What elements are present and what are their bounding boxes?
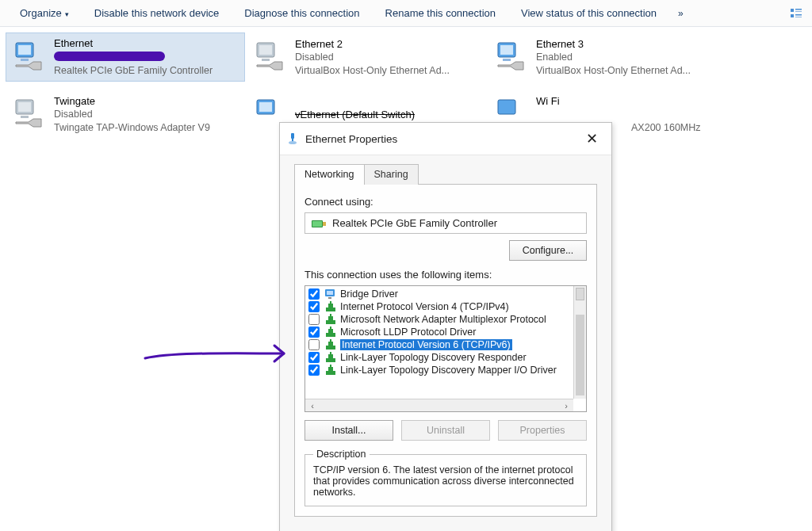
- scroll-thumb[interactable]: [576, 315, 584, 395]
- adapters-pane: Ethernet Realtek PCIe GbE Family Control…: [0, 27, 812, 529]
- dialog-title: Ethernet Properties: [305, 133, 572, 145]
- svg-rect-42: [326, 358, 335, 362]
- adapter-name: vEthernet (Default Switch): [295, 108, 415, 121]
- item-label: Bridge Driver: [340, 288, 398, 300]
- scroll-up-icon[interactable]: [576, 288, 584, 300]
- svg-rect-46: [328, 367, 333, 371]
- tab-networking[interactable]: Networking: [294, 164, 365, 185]
- svg-rect-11: [262, 59, 270, 61]
- item-checkbox[interactable]: [308, 314, 320, 325]
- svg-rect-39: [326, 346, 335, 350]
- svg-rect-19: [259, 102, 272, 112]
- svg-rect-2: [795, 11, 802, 12]
- adapter-ethernet2[interactable]: Ethernet 2 Disabled VirtualBox Host-Only…: [247, 33, 485, 81]
- protocol-icon: [324, 352, 337, 363]
- svg-rect-43: [328, 354, 333, 358]
- svg-rect-36: [326, 333, 335, 337]
- adapter-ethernet[interactable]: Ethernet Realtek PCIe GbE Family Control…: [6, 33, 244, 81]
- disable-device-button[interactable]: Disable this network device: [90, 5, 224, 21]
- svg-rect-29: [328, 297, 331, 299]
- diagnose-button[interactable]: Diagnose this connection: [240, 5, 363, 21]
- adapter-name: Ethernet 2: [295, 37, 450, 51]
- item-label: Internet Protocol Version 4 (TCP/IPv4): [340, 301, 509, 312]
- adapter-name: Wi Fi: [536, 94, 701, 108]
- adapter-ethernet3[interactable]: Ethernet 3 Enabled VirtualBox Host-Only …: [488, 33, 726, 81]
- item-label: Microsoft LLDP Protocol Driver: [340, 327, 476, 338]
- svg-rect-32: [330, 301, 331, 304]
- connect-using-box: Realtek PCIe GbE Family Controller: [304, 212, 587, 234]
- svg-rect-3: [791, 14, 794, 17]
- properties-button: Properties: [498, 420, 587, 441]
- adapter-labels: Ethernet Realtek PCIe GbE Family Control…: [54, 36, 213, 78]
- item-checkbox[interactable]: [308, 365, 320, 376]
- svg-rect-45: [326, 371, 335, 375]
- network-adapter-icon: [252, 41, 287, 73]
- adapter-name: Twingate: [54, 94, 210, 108]
- item-checkbox[interactable]: [308, 301, 320, 312]
- svg-rect-37: [328, 329, 333, 333]
- item-checkbox[interactable]: [308, 327, 320, 338]
- svg-rect-17: [21, 116, 29, 118]
- description-text: TCP/IP version 6. The latest version of …: [313, 464, 578, 498]
- protocol-icon: [324, 365, 337, 376]
- tab-sharing[interactable]: Sharing: [364, 164, 419, 185]
- protocol-icon: [324, 327, 337, 338]
- adapter-detail: VirtualBox Host-Only Ethernet Ad...: [536, 64, 691, 78]
- svg-rect-30: [326, 308, 335, 311]
- items-label: This connection uses the following items…: [304, 269, 587, 281]
- protocol-icon: [324, 339, 337, 350]
- svg-rect-7: [18, 45, 31, 55]
- svg-rect-4: [795, 14, 802, 16]
- item-label: Link-Layer Topology Discovery Mapper I/O…: [340, 365, 557, 376]
- adapter-detail: Realtek PCIe GbE Family Controller: [54, 64, 213, 78]
- item-checkbox[interactable]: [308, 288, 320, 300]
- vertical-scrollbar[interactable]: [573, 286, 586, 399]
- overflow-chevron-icon[interactable]: »: [678, 8, 684, 19]
- close-icon[interactable]: ✕: [578, 128, 605, 150]
- svg-rect-13: [500, 45, 513, 55]
- network-adapter-icon: [11, 41, 46, 73]
- protocol-icon: [324, 314, 337, 325]
- adapter-twingate[interactable]: Twingate Disabled Twingate TAP-Windows A…: [6, 90, 244, 138]
- adapter-name: Ethernet: [54, 36, 213, 50]
- list-item[interactable]: Internet Protocol Version 4 (TCP/IPv4): [305, 300, 573, 313]
- item-checkbox[interactable]: [308, 352, 320, 363]
- view-status-button[interactable]: View status of this connection: [517, 5, 661, 21]
- configure-button[interactable]: Configure...: [509, 240, 587, 261]
- horizontal-scrollbar[interactable]: ‹ ›: [305, 399, 573, 411]
- svg-rect-21: [291, 133, 294, 139]
- change-view-icon[interactable]: [785, 7, 802, 20]
- svg-rect-1: [795, 9, 802, 10]
- svg-rect-26: [323, 222, 326, 226]
- nic-icon: [312, 218, 326, 229]
- adapter-detail: VirtualBox Host-Only Ethernet Ad...: [295, 64, 450, 78]
- svg-rect-8: [21, 59, 29, 61]
- adapter-detail: Twingate TAP-Windows Adapter V9: [54, 121, 210, 135]
- list-item[interactable]: Bridge Driver: [305, 288, 573, 300]
- svg-rect-41: [330, 339, 331, 342]
- annotation-arrow-icon: [141, 336, 300, 376]
- description-legend: Description: [313, 449, 370, 460]
- adapter-status: Enabled: [536, 51, 691, 64]
- organize-menu[interactable]: Organize: [16, 5, 73, 21]
- description-group: Description TCP/IP version 6. The latest…: [304, 449, 587, 506]
- ethernet-icon: [286, 132, 299, 145]
- item-checkbox[interactable]: [308, 339, 320, 350]
- rename-button[interactable]: Rename this connection: [381, 5, 500, 21]
- svg-rect-20: [498, 100, 515, 114]
- list-item[interactable]: Internet Protocol Version 6 (TCP/IPv6): [305, 338, 573, 351]
- list-item[interactable]: Microsoft Network Adapter Multiplexor Pr…: [305, 313, 573, 326]
- adapter-status: Disabled: [54, 108, 210, 121]
- tabs: Networking Sharing: [294, 163, 597, 184]
- install-button[interactable]: Install...: [304, 420, 393, 441]
- list-item[interactable]: Link-Layer Topology Discovery Mapper I/O…: [305, 364, 573, 376]
- scroll-right-icon[interactable]: ›: [559, 399, 573, 412]
- svg-rect-38: [330, 327, 331, 329]
- scroll-left-icon[interactable]: ‹: [305, 399, 320, 412]
- svg-rect-0: [791, 9, 794, 12]
- list-item[interactable]: Microsoft LLDP Protocol Driver: [305, 326, 573, 338]
- svg-rect-31: [328, 304, 333, 308]
- svg-rect-14: [503, 59, 511, 61]
- list-item[interactable]: Link-Layer Topology Discovery Responder: [305, 351, 573, 364]
- svg-rect-5: [795, 17, 802, 17]
